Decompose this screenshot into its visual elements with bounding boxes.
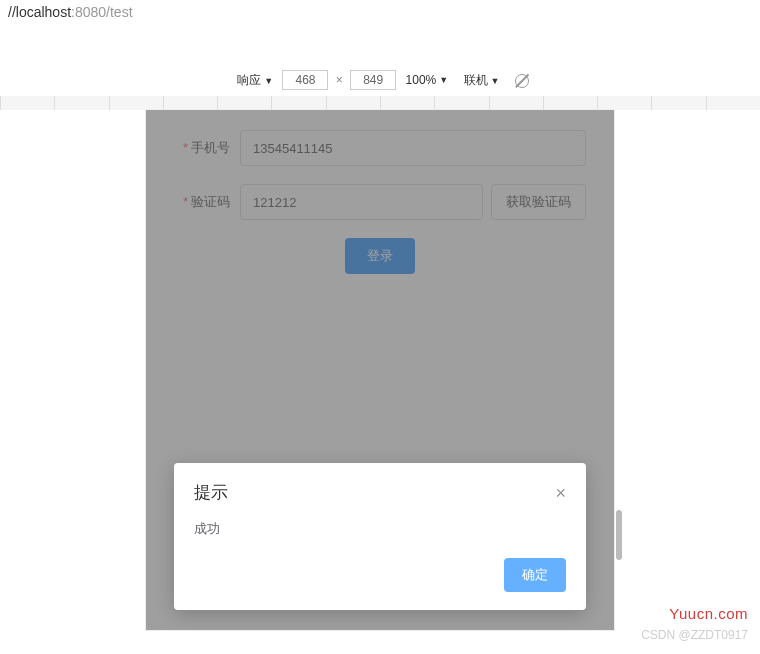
- network-value: 联机: [464, 72, 488, 89]
- network-dropdown[interactable]: 联机 ▼: [464, 72, 500, 89]
- url-prefix: //: [8, 4, 16, 20]
- responsive-label: 响应: [237, 72, 261, 89]
- zoom-dropdown[interactable]: 100% ▼: [406, 73, 449, 87]
- caret-down-icon: ▼: [264, 76, 273, 86]
- device-stage: *手机号 *验证码 获取验证码 登录 提示 ×: [0, 110, 760, 630]
- watermark-site: Yuucn.com: [669, 605, 748, 622]
- dialog-title: 提示: [194, 481, 228, 504]
- devtools-toolbar: 响应 ▼ × 100% ▼ 联机 ▼: [0, 64, 760, 96]
- ruler: [0, 96, 760, 110]
- watermark-credit: CSDN @ZZDT0917: [641, 628, 748, 642]
- scrollbar-thumb[interactable]: [616, 510, 622, 560]
- caret-down-icon: ▼: [491, 76, 500, 86]
- viewport-height-input[interactable]: [350, 70, 396, 90]
- caret-down-icon: ▼: [439, 75, 448, 85]
- dialog-body: 成功: [194, 520, 566, 538]
- url-host: localhost: [16, 4, 71, 20]
- ok-button[interactable]: 确定: [504, 558, 566, 592]
- rotate-icon[interactable]: [515, 74, 529, 88]
- close-icon[interactable]: ×: [555, 484, 566, 502]
- viewport-width-input[interactable]: [282, 70, 328, 90]
- zoom-value: 100%: [406, 73, 437, 87]
- dimension-separator: ×: [336, 73, 343, 87]
- app-viewport: *手机号 *验证码 获取验证码 登录 提示 ×: [146, 110, 614, 630]
- responsive-dropdown[interactable]: 响应 ▼: [237, 72, 273, 89]
- url-bar[interactable]: //localhost:8080/test: [0, 0, 760, 24]
- device-frame: *手机号 *验证码 获取验证码 登录 提示 ×: [146, 110, 614, 630]
- url-path: :8080/test: [71, 4, 133, 20]
- dialog-footer: 确定: [194, 558, 566, 592]
- dialog-header: 提示 ×: [194, 481, 566, 504]
- message-dialog: 提示 × 成功 确定: [174, 463, 586, 610]
